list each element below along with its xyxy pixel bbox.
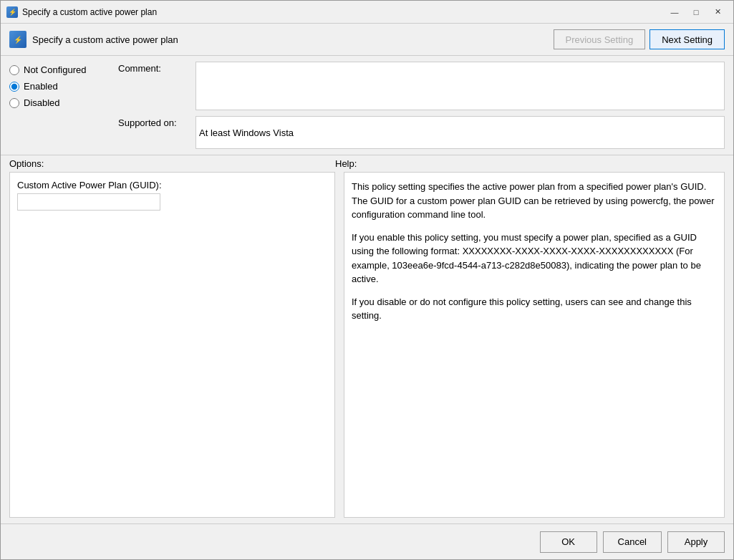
ok-button[interactable]: OK bbox=[540, 531, 597, 553]
dialog-window: ⚡ Specify a custom active power plan — □… bbox=[0, 0, 734, 560]
next-setting-button[interactable]: Next Setting bbox=[650, 29, 725, 49]
title-bar-icon: ⚡ bbox=[6, 6, 18, 18]
header-title-area: ⚡ Specify a custom active power plan bbox=[9, 31, 178, 48]
disabled-option[interactable]: Disabled bbox=[9, 97, 110, 108]
enabled-label: Enabled bbox=[24, 81, 58, 92]
previous-setting-button[interactable]: Previous Setting bbox=[554, 29, 646, 49]
not-configured-label: Not Configured bbox=[24, 64, 86, 75]
apply-button[interactable]: Apply bbox=[667, 531, 725, 553]
options-help-row: Custom Active Power Plan (GUID): This po… bbox=[1, 172, 733, 523]
footer: OK Cancel Apply bbox=[1, 523, 733, 559]
maximize-button[interactable]: □ bbox=[686, 4, 706, 20]
title-bar: ⚡ Specify a custom active power plan — □… bbox=[1, 1, 733, 24]
help-section-label: Help: bbox=[335, 158, 725, 169]
supported-on-value: At least Windows Vista bbox=[199, 127, 294, 138]
close-button[interactable]: ✕ bbox=[708, 4, 728, 20]
header-title: Specify a custom active power plan bbox=[32, 34, 178, 45]
middle-headers: Options: Help: bbox=[1, 155, 733, 172]
radio-group: Not Configured Enabled Disabled bbox=[9, 62, 110, 149]
header-buttons: Previous Setting Next Setting bbox=[554, 29, 725, 49]
enabled-radio[interactable] bbox=[9, 82, 19, 92]
help-paragraph-2: If you enable this policy setting, you m… bbox=[352, 231, 717, 286]
cancel-button[interactable]: Cancel bbox=[603, 531, 662, 553]
help-text: This policy setting specifies the active… bbox=[352, 180, 717, 323]
disabled-radio[interactable] bbox=[9, 98, 19, 108]
comment-label: Comment: bbox=[118, 62, 190, 74]
header-bar: ⚡ Specify a custom active power plan Pre… bbox=[1, 24, 733, 56]
right-forms: Comment: Supported on: At least Windows … bbox=[118, 62, 725, 149]
title-bar-controls: — □ ✕ bbox=[665, 4, 728, 20]
not-configured-radio[interactable] bbox=[9, 65, 19, 75]
options-panel: Custom Active Power Plan (GUID): bbox=[9, 172, 335, 518]
options-section-label: Options: bbox=[9, 158, 335, 169]
help-paragraph-1: This policy setting specifies the active… bbox=[352, 180, 717, 222]
comment-textarea[interactable] bbox=[195, 62, 725, 110]
not-configured-option[interactable]: Not Configured bbox=[9, 64, 110, 75]
minimize-button[interactable]: — bbox=[665, 4, 685, 20]
comment-row: Comment: bbox=[118, 62, 725, 110]
supported-on-box: At least Windows Vista bbox=[195, 116, 725, 149]
content-area: Not Configured Enabled Disabled Comment: bbox=[1, 56, 733, 523]
help-panel: This policy setting specifies the active… bbox=[344, 172, 725, 518]
supported-on-row: Supported on: At least Windows Vista bbox=[118, 116, 725, 149]
top-section: Not Configured Enabled Disabled Comment: bbox=[1, 56, 733, 155]
help-paragraph-3: If you disable or do not configure this … bbox=[352, 295, 717, 323]
title-bar-text: Specify a custom active power plan bbox=[22, 7, 665, 17]
disabled-label: Disabled bbox=[24, 97, 60, 108]
supported-on-label: Supported on: bbox=[118, 116, 190, 128]
header-icon: ⚡ bbox=[9, 31, 26, 48]
guid-label: Custom Active Power Plan (GUID): bbox=[17, 180, 327, 190]
guid-input[interactable] bbox=[17, 193, 160, 211]
enabled-option[interactable]: Enabled bbox=[9, 81, 110, 92]
